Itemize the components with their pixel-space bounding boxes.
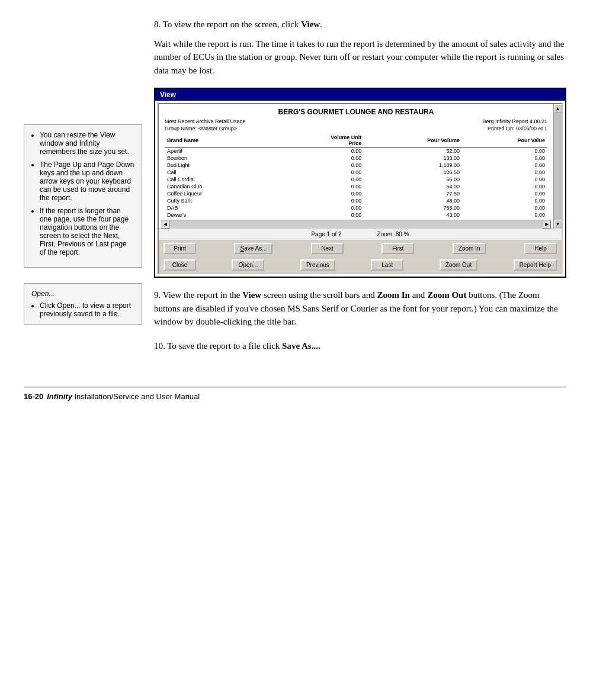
table-row: Coffee Liqueur0.0077.500.00	[165, 190, 547, 197]
table-row: Call Cordial0.0056.000.00	[165, 176, 547, 183]
last-button[interactable]: Last	[371, 259, 403, 271]
next-button[interactable]: Next	[311, 243, 344, 254]
table-row: Bourbon0.00133.000.00	[165, 155, 547, 162]
open-box-title: Open...	[31, 290, 134, 298]
table-cell: Bourbon	[165, 155, 270, 162]
table-cell: 0.00	[462, 162, 547, 169]
table-cell: Coffee Liqueur	[165, 190, 270, 197]
step-10-number: 10.	[154, 341, 165, 351]
hscroll-right-btn[interactable]: ▶	[543, 220, 551, 229]
table-cell: 0.00	[270, 183, 364, 190]
table-row: Dewar's0.0043.000.00	[165, 211, 547, 219]
button-row-2: Close Open... Previous Last Zoom Out Rep…	[159, 256, 562, 273]
vscroll-down-btn[interactable]: ▼	[554, 220, 562, 228]
table-cell: 77.50	[364, 190, 462, 197]
table-cell: 1,189.00	[364, 162, 462, 169]
print-button[interactable]: Print	[163, 243, 196, 254]
table-cell: 0.00	[462, 204, 547, 211]
table-row: Apertif0.0052.000.00	[165, 147, 547, 155]
report-meta-left: Most Recent Archive Retail Usage	[165, 118, 246, 124]
table-row: Canadian Club0.0054.000.00	[165, 183, 547, 190]
tip-item-3: If the report is longer than one page, u…	[40, 207, 134, 256]
horizontal-scrollbar[interactable]: ◀ ▶	[161, 220, 551, 228]
step-10-text: To save the report to a file click	[167, 341, 282, 351]
table-row: DAB0.00755.000.00	[165, 204, 547, 211]
col-brand: Brand Name	[165, 134, 270, 147]
table-cell: 0.00	[462, 169, 547, 176]
step-10: 10. To save the report to a file click S…	[154, 339, 566, 353]
step-9-view-bold: View	[242, 290, 261, 300]
table-row: Call0.00106.500.00	[165, 169, 547, 176]
help-button[interactable]: Help	[524, 243, 557, 254]
close-button[interactable]: Close	[163, 259, 196, 271]
step-9-number: 9.	[154, 290, 161, 300]
report-area: BERG'S GOURMET LOUNGE AND RESTAURA Most …	[159, 104, 553, 220]
table-cell: 0.00	[270, 190, 364, 197]
report-meta: Most Recent Archive Retail Usage Berg In…	[165, 118, 547, 124]
previous-button[interactable]: Previous	[300, 259, 335, 271]
table-cell: 0.00	[462, 211, 547, 219]
tip-item-2: The Page Up and Page Down keys and the u…	[40, 160, 134, 202]
zoom-in-button[interactable]: Zoom In	[453, 243, 486, 254]
table-cell: 0.00	[462, 183, 547, 190]
open-item-1: Click Open... to view a report previousl…	[40, 301, 134, 318]
table-header-row: Brand Name Volume UnitPrice Pour Volume …	[165, 134, 547, 147]
table-cell: 0.00	[270, 176, 364, 183]
table-cell: 0.00	[462, 147, 547, 155]
view-titlebar: View	[155, 89, 565, 101]
footer-rest: Installation/Service and User Manual	[74, 392, 200, 401]
table-cell: 106.50	[364, 169, 462, 176]
step-10-save-bold: Save As....	[282, 341, 320, 351]
report-title: BERG'S GOURMET LOUNGE AND RESTAURA	[165, 108, 547, 116]
table-cell: Bud Light	[165, 162, 270, 169]
zoom-out-button[interactable]: Zoom Out	[440, 259, 477, 271]
footer-brand-italic: Infinity Installation/Service and User M…	[47, 392, 200, 401]
table-cell: 0.00	[270, 147, 364, 155]
table-cell: 54.00	[364, 183, 462, 190]
table-cell: Apertif	[165, 147, 270, 155]
table-cell: 56.00	[364, 176, 462, 183]
report-group: Group Name: <Master Group> Printed On: 0…	[165, 126, 547, 131]
vertical-scrollbar[interactable]: ▲ ▼	[553, 104, 562, 228]
page-footer: 16-20 Infinity Installation/Service and …	[24, 387, 566, 401]
table-cell: Call Cordial	[165, 176, 270, 183]
table-cell: 0.00	[462, 155, 547, 162]
table-cell: 0.00	[270, 155, 364, 162]
status-page: Page 1 of 2	[311, 231, 341, 237]
tips-box: You can resize the View window and Infin…	[24, 124, 142, 268]
step-8-para: Wait while the report is run. The time i…	[154, 37, 566, 78]
table-cell: 52.00	[364, 147, 462, 155]
table-cell: 48.00	[364, 197, 462, 204]
step-8-view-bold: View	[301, 20, 320, 29]
col-pour-vol: Pour Volume	[364, 134, 462, 147]
col-vol-unit: Volume UnitPrice	[270, 134, 364, 147]
save-as-button[interactable]: Save As...	[234, 243, 272, 254]
table-cell: 0.00	[462, 190, 547, 197]
table-row: Bud Light0.001,189.000.00	[165, 162, 547, 169]
vscroll-up-btn[interactable]: ▲	[554, 104, 562, 113]
tips-list: You can resize the View window and Infin…	[31, 131, 134, 256]
table-cell: 0.00	[270, 211, 364, 219]
left-column: You can resize the View window and Infin…	[24, 124, 142, 363]
table-cell: DAB	[165, 204, 270, 211]
page: You can resize the View window and Infin…	[0, 0, 590, 413]
button-row-1: Print Save As... Next First Zoom In Help	[159, 240, 562, 256]
table-cell: 0.00	[270, 169, 364, 176]
report-group-right: Printed On: 03/16/00 At 1	[488, 126, 547, 131]
table-cell: Canadian Club	[165, 183, 270, 190]
table-cell: 755.00	[364, 204, 462, 211]
step-8-number: 8.	[154, 20, 161, 29]
open-button[interactable]: Open...	[232, 259, 264, 271]
table-cell: 133.00	[364, 155, 462, 162]
footer-page-num: 16-20	[24, 392, 43, 401]
step-9-zoom-out-bold: Zoom Out	[427, 290, 466, 300]
footer-brand: Infinity	[47, 392, 72, 401]
table-cell: Dewar's	[165, 211, 270, 219]
vscroll-track	[554, 113, 562, 220]
report-help-button[interactable]: Report Help	[514, 259, 557, 271]
hscroll-left-btn[interactable]: ◀	[161, 220, 169, 229]
col-pour-val: Pour Value	[462, 134, 547, 147]
report-with-scrollbar: BERG'S GOURMET LOUNGE AND RESTAURA Most …	[159, 104, 562, 228]
report-table: Brand Name Volume UnitPrice Pour Volume …	[165, 134, 547, 219]
first-button[interactable]: First	[381, 243, 414, 254]
